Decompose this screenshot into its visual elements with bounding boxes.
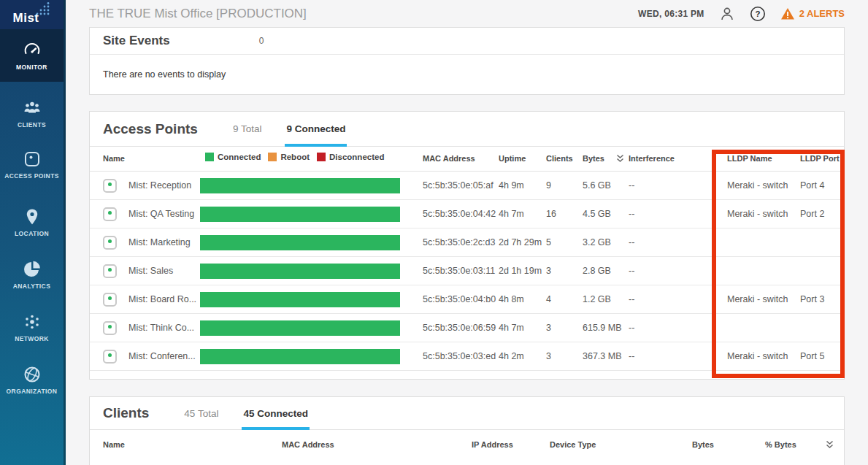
ap-status-icon (103, 179, 117, 193)
ap-table-row: Mist: Marketing5c:5b:35:0e:2c:d32d 7h 29… (90, 228, 844, 257)
clients-col-bytes[interactable]: Bytes (692, 440, 714, 449)
legend-reboot: Reboot (268, 153, 310, 161)
ap-name-link[interactable]: Mist: Board Ro... (128, 294, 196, 304)
clients-table-header: Name MAC Address IP Address Device Type … (90, 430, 844, 459)
ap-clients-count: 3 (546, 323, 551, 333)
ap-bytes: 1.2 GB (583, 294, 611, 304)
ap-table-row: Mist: Conferen...5c:5b:35:0e:03:ed4h 2m3… (90, 342, 844, 371)
active-tab-underline (242, 427, 310, 430)
ap-mac-address: 5c:5b:35:0e:2c:d3 (423, 237, 495, 247)
legend-connected-label: Connected (218, 153, 261, 161)
ap-bytes: 5.6 GB (583, 180, 611, 191)
ap-uptime: 4h 7m (499, 209, 524, 219)
mist-logo-dots-icon (35, 2, 53, 15)
ap-status-bar[interactable] (200, 349, 400, 364)
ap-col-uptime[interactable]: Uptime (499, 154, 526, 163)
site-events-empty-message: There are no events to display (90, 55, 844, 94)
pie-chart-icon (23, 260, 42, 279)
ap-bytes: 2.8 GB (583, 266, 611, 276)
ap-col-interference[interactable]: Interference (629, 154, 675, 163)
datetime-label: WED, 06:31 PM (638, 9, 704, 19)
ap-status-icon (103, 264, 117, 278)
gauge-icon (23, 41, 42, 60)
ap-status-bar[interactable] (200, 178, 400, 193)
sidebar-item-clients[interactable]: CLIENTS (0, 99, 64, 128)
ap-uptime: 4h 9m (499, 180, 524, 191)
ap-table-row: Mist: Board Ro...5c:5b:35:0e:04:b04h 8m4… (90, 285, 844, 314)
clients-col-mac[interactable]: MAC Address (282, 440, 334, 449)
ap-bytes: 3.2 GB (583, 237, 611, 247)
mist-logo[interactable]: Mist (0, 0, 64, 29)
ap-status-bar[interactable] (200, 207, 400, 222)
ap-col-bytes[interactable]: Bytes (583, 154, 604, 163)
ap-status-bar[interactable] (200, 320, 400, 336)
sidebar-item-analytics[interactable]: ANALYTICS (0, 260, 64, 290)
user-icon (719, 6, 735, 22)
globe-icon (23, 365, 42, 384)
ap-status-dot-icon (108, 353, 112, 357)
sidebar-item-label: NETWORK (15, 335, 49, 342)
ap-name-link[interactable]: Mist: Marketing (128, 237, 191, 247)
ap-uptime: 4h 8m (499, 294, 524, 304)
sidebar-item-monitor[interactable]: MONITOR (0, 29, 64, 82)
ap-clients-count: 3 (546, 351, 551, 361)
ap-status-bar[interactable] (200, 264, 400, 279)
ap-status-icon (103, 321, 117, 335)
ap-name-link[interactable]: Mist: Think Co... (128, 323, 194, 333)
ap-status-dot-icon (108, 325, 112, 328)
ap-interference: -- (629, 237, 634, 247)
sidebar-item-network[interactable]: NETWORK (0, 312, 64, 342)
sidebar-item-label: ANALYTICS (13, 283, 50, 290)
ap-name-link[interactable]: Mist: Reception (128, 180, 191, 191)
ap-uptime: 4h 2m (499, 351, 524, 361)
ap-name-link[interactable]: Mist: Conferen... (128, 351, 196, 361)
clients-col-ip[interactable]: IP Address (472, 440, 513, 449)
clients-tab-total[interactable]: 45 Total (184, 408, 218, 419)
sidebar: Mist MONITOR (0, 0, 66, 465)
reboot-swatch-icon (268, 153, 277, 161)
ap-name-link[interactable]: Mist: QA Testing (128, 209, 194, 219)
ap-bytes: 367.3 MB (583, 351, 622, 361)
ap-status-bar[interactable] (200, 235, 400, 250)
ap-interference: -- (629, 294, 634, 304)
clients-col-device-type[interactable]: Device Type (550, 440, 596, 449)
ap-tab-total[interactable]: 9 Total (233, 123, 262, 134)
ap-col-name[interactable]: Name (103, 154, 125, 163)
clients-col-name[interactable]: Name (103, 440, 125, 449)
ap-status-legend: Connected Reboot Disconnected (205, 153, 384, 161)
column-options-chevron-icon[interactable] (826, 440, 834, 450)
ap-name-link[interactable]: Mist: Sales (128, 266, 173, 276)
ap-interference: -- (629, 351, 634, 361)
ap-status-dot-icon (108, 296, 112, 300)
ap-col-lldp-port[interactable]: LLDP Port (800, 154, 840, 163)
ap-tab-connected[interactable]: 9 Connected (286, 123, 345, 134)
ap-lldp-port: Port 3 (800, 294, 824, 304)
sidebar-item-label: ACCESS POINTS (4, 172, 59, 180)
ap-col-lldp-name[interactable]: LLDP Name (727, 154, 772, 163)
ap-table-row: Mist: Think Co...5c:5b:35:0e:06:594h 7m3… (90, 314, 844, 342)
help-button[interactable]: ? (750, 6, 766, 22)
alerts-button[interactable]: 2 ALERTS (780, 7, 845, 20)
ap-interference: -- (629, 209, 634, 219)
sidebar-item-access-points[interactable]: ACCESS POINTS (0, 150, 64, 180)
sidebar-item-organization[interactable]: ORGANIZATION (0, 365, 64, 395)
ap-status-bar[interactable] (200, 292, 400, 307)
clients-col-pct-bytes[interactable]: % Bytes (765, 440, 796, 449)
ap-col-mac[interactable]: MAC Address (423, 154, 475, 163)
ap-status-icon (103, 207, 117, 221)
location-pin-icon (23, 207, 42, 226)
column-options-chevron-icon[interactable] (616, 154, 624, 164)
site-events-count: 0 (259, 36, 264, 46)
ap-tab-connected-label: 9 Connected (286, 123, 345, 134)
clients-tab-connected[interactable]: 45 Connected (243, 408, 308, 419)
ap-lldp-name: Meraki - switch (727, 351, 788, 361)
ap-status-dot-icon (108, 211, 112, 215)
ap-col-clients[interactable]: Clients (546, 154, 573, 163)
sidebar-item-label: MONITOR (16, 64, 47, 71)
ap-clients-count: 5 (546, 237, 551, 247)
sidebar-item-location[interactable]: LOCATION (0, 207, 64, 237)
ap-mac-address: 5c:5b:35:0e:05:af (423, 180, 493, 191)
ap-interference: -- (629, 323, 634, 333)
user-button[interactable] (719, 6, 735, 22)
legend-connected: Connected (205, 153, 261, 161)
